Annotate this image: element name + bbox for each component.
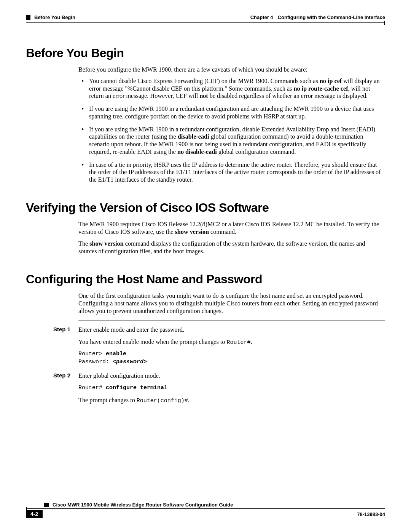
step2-p2: The prompt changes to Router(config)#. bbox=[78, 396, 385, 405]
header-rule bbox=[26, 22, 385, 23]
step1-code-line-2: Password: <password> bbox=[78, 358, 385, 366]
chapter-title: Configuring with the Command-Line Interf… bbox=[278, 14, 385, 20]
running-section: Before You Begin bbox=[34, 14, 75, 20]
s1-bullet-4: In case of a tie in priority, HSRP uses … bbox=[78, 161, 385, 184]
section-body-s2: The MWR 1900 requires Cisco IOS Release … bbox=[78, 221, 385, 256]
header-marker-icon bbox=[26, 15, 30, 20]
step-1-row: Step 1 Enter enable mode and enter the p… bbox=[53, 326, 385, 366]
s3-intro: One of the first configuration tasks you… bbox=[78, 292, 385, 315]
section-body-s3: One of the first configuration tasks you… bbox=[78, 292, 385, 409]
s1-bullet-2: If you are using the MWR 1900 in a redun… bbox=[78, 105, 385, 121]
header-right: Chapter 4 Configuring with the Command-L… bbox=[250, 14, 385, 20]
step1-p1: Enter enable mode and enter the password… bbox=[78, 326, 385, 334]
s1-bullet-1: You cannot disable Cisco Express Forward… bbox=[78, 78, 385, 100]
footer-marker-icon bbox=[44, 503, 49, 507]
section-heading-verifying: Verifying the Version of Cisco IOS Softw… bbox=[26, 201, 385, 215]
divider bbox=[78, 320, 385, 321]
step-1-body: Enter enable mode and enter the password… bbox=[78, 326, 385, 366]
page-header: Before You Begin Chapter 4 Configuring w… bbox=[26, 14, 385, 20]
s2-p2: The show version command displays the co… bbox=[78, 240, 385, 256]
step-2-body: Enter global configuration mode. Router#… bbox=[78, 372, 385, 409]
s1-bullet-3: If you are using the MWR 1900 in a redun… bbox=[78, 126, 385, 156]
doc-number: 78-13983-04 bbox=[357, 511, 385, 517]
chapter-number: Chapter 4 bbox=[250, 14, 273, 20]
page: Before You Begin Chapter 4 Configuring w… bbox=[0, 0, 411, 532]
step2-code-line-1: Router# configure terminal bbox=[78, 384, 385, 392]
s2-p1: The MWR 1900 requires Cisco IOS Release … bbox=[78, 221, 385, 236]
footer-rule bbox=[26, 508, 385, 509]
step-2-label: Step 2 bbox=[53, 372, 72, 409]
step-2-row: Step 2 Enter global configuration mode. … bbox=[53, 372, 385, 409]
page-number-badge: 4-2 bbox=[26, 510, 43, 518]
step2-p1: Enter global configuration mode. bbox=[78, 372, 385, 380]
step1-code-line-1: Router> enable bbox=[78, 350, 385, 358]
section-heading-host-password: Configuring the Host Name and Password bbox=[26, 272, 385, 286]
footer-title-row: Cisco MWR 1900 Mobile Wireless Edge Rout… bbox=[26, 502, 385, 508]
section-body-s1: Before you configure the MWR 1900, there… bbox=[78, 66, 385, 184]
s1-bullets: You cannot disable Cisco Express Forward… bbox=[78, 78, 385, 184]
header-left: Before You Begin bbox=[26, 14, 75, 20]
page-footer: Cisco MWR 1900 Mobile Wireless Edge Rout… bbox=[26, 502, 385, 518]
step-1-label: Step 1 bbox=[53, 326, 72, 366]
footer-guide-title: Cisco MWR 1900 Mobile Wireless Edge Rout… bbox=[53, 502, 233, 508]
section-heading-before-you-begin: Before You Begin bbox=[26, 46, 385, 60]
footer-bottom: 4-2 78-13983-04 bbox=[26, 510, 385, 518]
s1-intro: Before you configure the MWR 1900, there… bbox=[78, 66, 385, 74]
step1-p2: You have entered enable mode when the pr… bbox=[78, 338, 385, 347]
